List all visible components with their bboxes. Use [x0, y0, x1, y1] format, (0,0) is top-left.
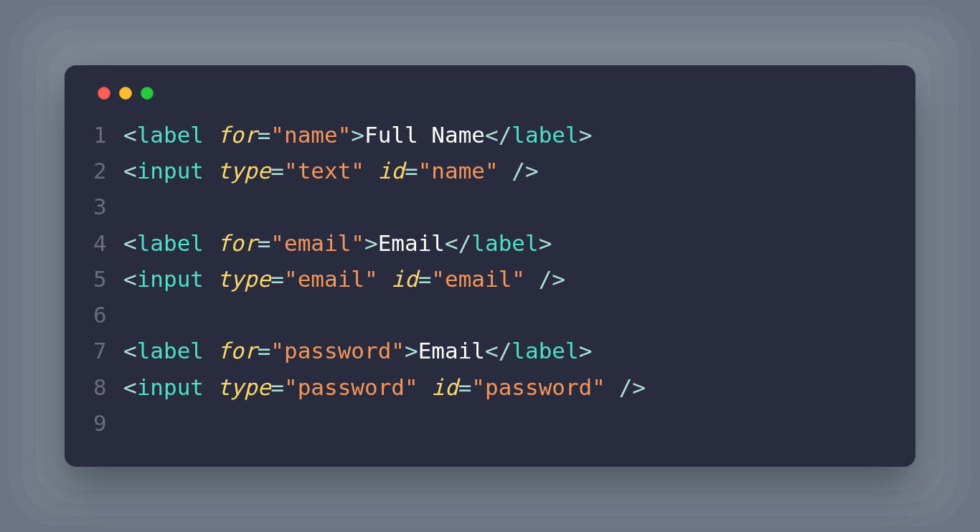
token-string: "email" — [270, 230, 364, 256]
token-bracket: < — [123, 266, 137, 292]
code-line: 6 — [93, 297, 887, 333]
token-text — [606, 374, 619, 400]
token-bracket: < — [123, 230, 137, 256]
token-text — [204, 374, 217, 400]
token-text: Full Name — [364, 122, 485, 148]
token-tag: label — [512, 338, 578, 364]
token-text: Email — [418, 338, 485, 364]
token-text: Email — [378, 230, 445, 256]
maximize-icon[interactable] — [141, 87, 154, 100]
code-line: 3 — [93, 189, 887, 224]
token-bracket: > — [364, 230, 378, 256]
minimize-icon[interactable] — [119, 87, 132, 100]
token-eq: = — [258, 338, 271, 364]
close-icon[interactable] — [98, 87, 110, 100]
token-attr: for — [217, 122, 258, 148]
token-string: "name" — [270, 122, 351, 148]
token-string: "password" — [284, 374, 418, 400]
token-bracket: < — [123, 122, 137, 148]
code-content: <input type="email" id="email" /> — [123, 261, 887, 297]
line-number: 1 — [93, 117, 123, 153]
token-bracket: > — [579, 338, 593, 364]
code-line: 7<label for="password">Email</label> — [93, 333, 887, 369]
code-line: 5<input type="email" id="email" /> — [93, 261, 887, 297]
code-editor-window: 1<label for="name">Full Name</label>2<in… — [65, 65, 915, 467]
line-number: 7 — [93, 333, 123, 369]
token-tag: label — [137, 122, 204, 148]
token-eq: = — [258, 230, 271, 256]
code-content: <input type="text" id="name" /> — [123, 153, 887, 189]
token-bracket: /> — [512, 158, 538, 184]
code-line: 4<label for="email">Email</label> — [93, 225, 887, 261]
token-bracket: /> — [539, 266, 565, 292]
line-number: 3 — [93, 189, 123, 224]
line-number: 8 — [93, 369, 123, 405]
token-bracket: /> — [619, 374, 646, 400]
token-bracket: </ — [445, 230, 471, 256]
token-text — [204, 122, 217, 148]
line-number: 4 — [93, 225, 123, 261]
window-controls — [93, 87, 887, 100]
code-content — [123, 189, 887, 224]
token-bracket: </ — [485, 122, 512, 148]
token-text — [364, 158, 378, 184]
token-eq: = — [270, 158, 284, 184]
token-tag: input — [137, 158, 204, 184]
token-tag: input — [137, 266, 204, 292]
token-bracket: > — [351, 122, 364, 148]
token-text — [204, 266, 217, 292]
token-text — [499, 158, 512, 184]
code-line: 9 — [93, 405, 887, 441]
token-bracket: < — [123, 338, 137, 364]
code-content: <label for="name">Full Name</label> — [123, 117, 887, 153]
line-number: 9 — [93, 405, 123, 441]
token-string: "text" — [284, 158, 364, 184]
token-eq: = — [405, 158, 418, 184]
token-tag: label — [137, 230, 204, 256]
code-content — [123, 405, 887, 441]
code-content: <input type="password" id="password" /> — [123, 369, 887, 405]
token-eq: = — [418, 266, 432, 292]
token-string: "email" — [431, 266, 525, 292]
token-attr: type — [217, 374, 271, 400]
token-eq: = — [458, 374, 472, 400]
token-eq: = — [270, 374, 284, 400]
token-bracket: > — [579, 122, 593, 148]
token-tag: label — [471, 230, 538, 256]
token-tag: input — [137, 374, 204, 400]
line-number: 2 — [93, 153, 123, 189]
token-text — [204, 230, 217, 256]
token-eq: = — [258, 122, 271, 148]
token-attr: for — [217, 338, 258, 364]
token-text — [378, 266, 392, 292]
token-bracket: < — [123, 158, 137, 184]
token-attr: id — [431, 374, 458, 400]
code-content — [123, 297, 887, 333]
code-line: 8<input type="password" id="password" /> — [93, 369, 887, 405]
code-content: <label for="email">Email</label> — [123, 225, 887, 261]
code-content: <label for="password">Email</label> — [123, 333, 887, 369]
token-eq: = — [270, 266, 284, 292]
token-string: "name" — [418, 158, 499, 184]
token-string: "email" — [284, 266, 378, 292]
token-attr: id — [378, 158, 405, 184]
token-text — [204, 338, 217, 364]
token-attr: type — [217, 266, 271, 292]
line-number: 6 — [93, 297, 123, 333]
token-text — [525, 266, 539, 292]
token-attr: id — [391, 266, 418, 292]
code-area[interactable]: 1<label for="name">Full Name</label>2<in… — [93, 117, 887, 441]
token-string: "password" — [471, 374, 606, 400]
token-bracket: < — [123, 374, 137, 400]
code-line: 1<label for="name">Full Name</label> — [93, 117, 887, 153]
token-tag: label — [137, 338, 204, 364]
token-text — [418, 374, 432, 400]
token-bracket: </ — [485, 338, 512, 364]
code-line: 2<input type="text" id="name" /> — [93, 153, 887, 189]
token-bracket: > — [539, 230, 552, 256]
token-bracket: > — [405, 338, 418, 364]
token-tag: label — [512, 122, 578, 148]
line-number: 5 — [93, 261, 123, 297]
token-attr: type — [217, 158, 271, 184]
token-string: "password" — [270, 338, 405, 364]
